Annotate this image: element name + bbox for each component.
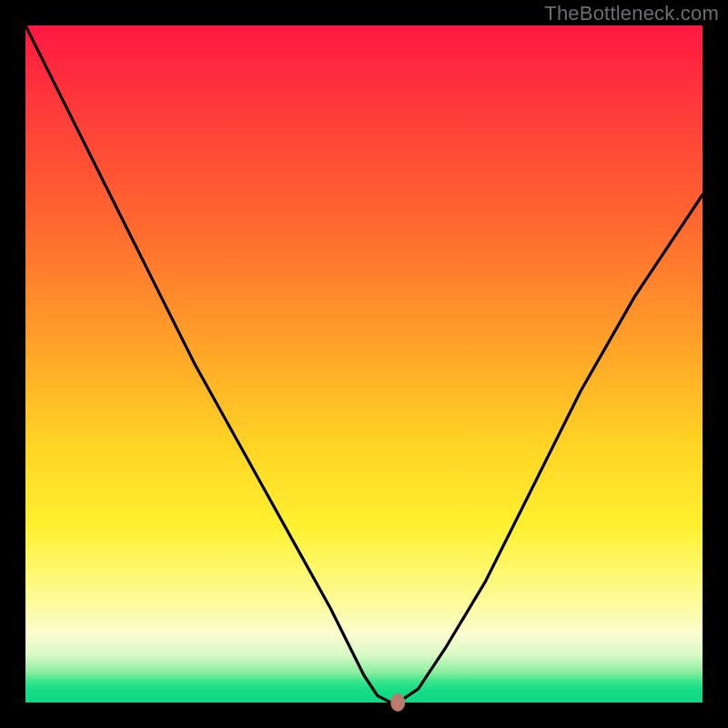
- plot-area: [25, 25, 703, 703]
- minimum-marker: [390, 693, 405, 712]
- watermark-label: TheBottleneck.com: [544, 2, 719, 25]
- bottleneck-curve: [25, 25, 703, 703]
- chart-frame: TheBottleneck.com: [0, 0, 728, 728]
- chart-svg: [25, 25, 703, 703]
